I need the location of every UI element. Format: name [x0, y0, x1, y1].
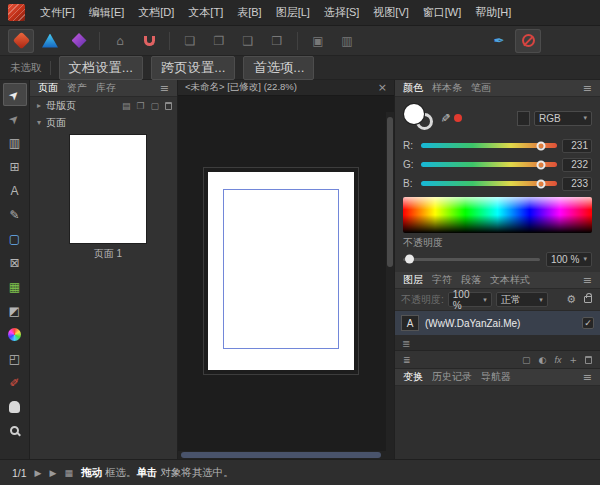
- canvas-viewport[interactable]: [178, 96, 394, 459]
- panel-menu-icon[interactable]: ≡: [583, 274, 592, 287]
- tab-transform[interactable]: 变换: [403, 370, 423, 384]
- tree-item-master-pages[interactable]: ▸ 母版页 ▤ ❐ ▢: [30, 97, 177, 114]
- pasteboard-icon[interactable]: ▦: [64, 468, 73, 478]
- artistic-text-tool[interactable]: A: [3, 179, 27, 202]
- menu-text[interactable]: 文本[T]: [181, 2, 230, 23]
- green-channel-slider[interactable]: [421, 162, 557, 167]
- transparency-tool[interactable]: ◩: [3, 299, 27, 322]
- red-channel-thumb[interactable]: [536, 141, 545, 150]
- collapse-arrow-icon[interactable]: ▸: [35, 101, 43, 110]
- menu-window[interactable]: 窗口[W]: [416, 2, 469, 23]
- move-tool[interactable]: ➤: [3, 83, 27, 106]
- add-layer-icon[interactable]: +: [569, 355, 577, 365]
- spread-setup-button[interactable]: 跨页设置...: [151, 56, 235, 80]
- panel-menu-icon[interactable]: ≡: [583, 82, 592, 95]
- text-frame-tool[interactable]: ▥: [3, 131, 27, 154]
- green-channel-value[interactable]: 232: [562, 158, 592, 172]
- lock-icon[interactable]: [584, 296, 592, 303]
- gradient-tool[interactable]: [3, 323, 27, 346]
- picture-frame-tool[interactable]: ⊠: [3, 251, 27, 274]
- mask-layer-icon[interactable]: ▢: [522, 355, 531, 365]
- fill-color-circle[interactable]: [404, 104, 424, 124]
- blend-mode-select[interactable]: 正常 ▾: [496, 292, 548, 307]
- adjustment-layer-icon[interactable]: ◐: [539, 355, 547, 365]
- menu-edit[interactable]: 编辑[E]: [82, 2, 131, 23]
- layer-opacity-select[interactable]: 100 % ▾: [448, 292, 492, 307]
- tab-text-styles[interactable]: 文本样式: [490, 273, 530, 287]
- place-image-tool[interactable]: ▦: [3, 275, 27, 298]
- green-channel-thumb[interactable]: [536, 160, 545, 169]
- next-page-icon[interactable]: ▶: [35, 468, 42, 478]
- vertical-scrollbar[interactable]: [386, 112, 394, 451]
- blue-channel-slider[interactable]: [421, 181, 557, 186]
- document-tab[interactable]: <未命名> [已修改] (22.8%) ×: [178, 80, 394, 96]
- opacity-thumb[interactable]: [405, 255, 414, 264]
- gear-icon[interactable]: ⚙: [566, 293, 576, 306]
- app-logo-icon[interactable]: [8, 4, 25, 21]
- group-button[interactable]: ▣: [305, 29, 331, 53]
- layer-effects-icon[interactable]: fx: [554, 355, 561, 365]
- page-1-thumbnail[interactable]: [70, 135, 146, 243]
- node-tool[interactable]: ➤: [3, 107, 27, 130]
- document-setup-button[interactable]: 文档设置...: [59, 56, 143, 80]
- vertical-scroll-thumb[interactable]: [387, 117, 393, 267]
- layers-stack-icon[interactable]: ≣: [403, 355, 411, 365]
- tab-assets[interactable]: 资产: [67, 81, 87, 95]
- move-to-front-button[interactable]: ❏: [177, 29, 203, 53]
- photo-persona-button[interactable]: [66, 29, 92, 53]
- horizontal-scrollbar[interactable]: [178, 451, 386, 459]
- red-channel-slider[interactable]: [421, 143, 557, 148]
- home-button[interactable]: ⌂: [107, 29, 133, 53]
- designer-persona-button[interactable]: [37, 29, 63, 53]
- color-spectrum[interactable]: [403, 197, 592, 233]
- delete-layer-icon[interactable]: [585, 356, 592, 364]
- tree-item-pages[interactable]: ▾ 页面: [30, 114, 177, 131]
- publisher-persona-button[interactable]: [8, 29, 34, 53]
- add-master-page-icon[interactable]: ▤: [122, 101, 131, 111]
- snapping-button[interactable]: [136, 29, 162, 53]
- table-tool[interactable]: ⊞: [3, 155, 27, 178]
- document-page[interactable]: [208, 172, 354, 370]
- move-forward-button[interactable]: ❐: [206, 29, 232, 53]
- menu-help[interactable]: 帮助[H]: [468, 2, 518, 23]
- color-picker-tool[interactable]: ✐: [3, 371, 27, 394]
- opacity-value-select[interactable]: 100 % ▾: [546, 252, 592, 267]
- last-page-icon[interactable]: ▶: [50, 468, 57, 478]
- menu-file[interactable]: 文件[F]: [33, 2, 82, 23]
- move-backward-button[interactable]: ❑: [235, 29, 261, 53]
- panel-menu-icon[interactable]: ≡: [160, 82, 169, 95]
- tab-stroke[interactable]: 笔画: [471, 81, 491, 95]
- shape-tool[interactable]: ▢: [3, 227, 27, 250]
- blue-channel-value[interactable]: 233: [562, 177, 592, 191]
- duplicate-page-icon[interactable]: ❐: [136, 101, 144, 111]
- horizontal-scroll-thumb[interactable]: [181, 452, 381, 458]
- move-to-back-button[interactable]: ❒: [264, 29, 290, 53]
- blue-channel-thumb[interactable]: [536, 179, 545, 188]
- color-dropper-icon[interactable]: ✎: [438, 113, 452, 123]
- tab-swatches[interactable]: 样本条: [432, 81, 462, 95]
- no-style-button[interactable]: [515, 29, 541, 53]
- delete-page-icon[interactable]: [165, 102, 172, 110]
- add-page-icon[interactable]: ▢: [150, 101, 159, 111]
- paint-style-button[interactable]: ✒: [486, 29, 512, 53]
- zoom-tool[interactable]: [3, 419, 27, 442]
- tab-pages[interactable]: 页面: [38, 81, 58, 95]
- pen-tool[interactable]: ✎: [3, 203, 27, 226]
- opacity-slider[interactable]: [403, 258, 540, 261]
- fill-stroke-selector[interactable]: [403, 103, 439, 133]
- tab-layers[interactable]: 图层: [403, 273, 423, 287]
- layer-visibility-checkbox[interactable]: ✓: [582, 317, 594, 329]
- color-swatch-icon[interactable]: [517, 111, 530, 126]
- insert-target-button[interactable]: ▥: [334, 29, 360, 53]
- menu-select[interactable]: 选择[S]: [317, 2, 366, 23]
- preferences-button[interactable]: 首选项...: [243, 56, 314, 80]
- tab-color[interactable]: 颜色: [403, 81, 423, 95]
- layer-row-partial[interactable]: ≣: [395, 335, 600, 351]
- tab-history[interactable]: 历史记录: [432, 370, 472, 384]
- menu-layer[interactable]: 图层[L]: [269, 2, 317, 23]
- vector-crop-tool[interactable]: ◰: [3, 347, 27, 370]
- menu-document[interactable]: 文档[D]: [131, 2, 181, 23]
- menu-table[interactable]: 表[B]: [230, 2, 268, 23]
- panel-menu-icon[interactable]: ≡: [583, 371, 592, 384]
- tab-character[interactable]: 字符: [432, 273, 452, 287]
